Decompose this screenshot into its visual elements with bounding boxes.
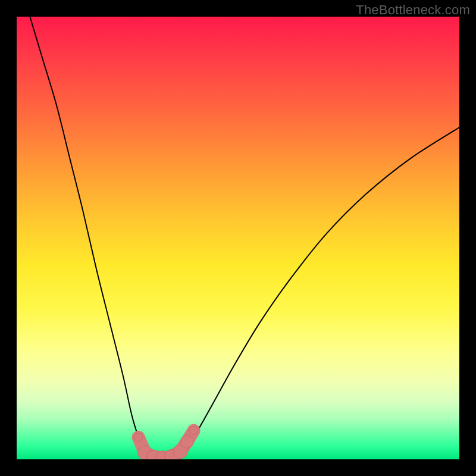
valley-marker-dot	[190, 427, 198, 435]
watermark-text: TheBottleneck.com	[356, 2, 470, 18]
bottleneck-curve	[30, 17, 459, 459]
marker-layer	[134, 427, 198, 459]
curve-layer	[30, 17, 459, 459]
chart-plot-area	[17, 17, 459, 459]
valley-marker-dot	[180, 435, 193, 448]
chart-svg	[17, 17, 459, 459]
valley-marker-dot	[134, 433, 143, 441]
chart-frame: TheBottleneck.com	[0, 0, 476, 476]
